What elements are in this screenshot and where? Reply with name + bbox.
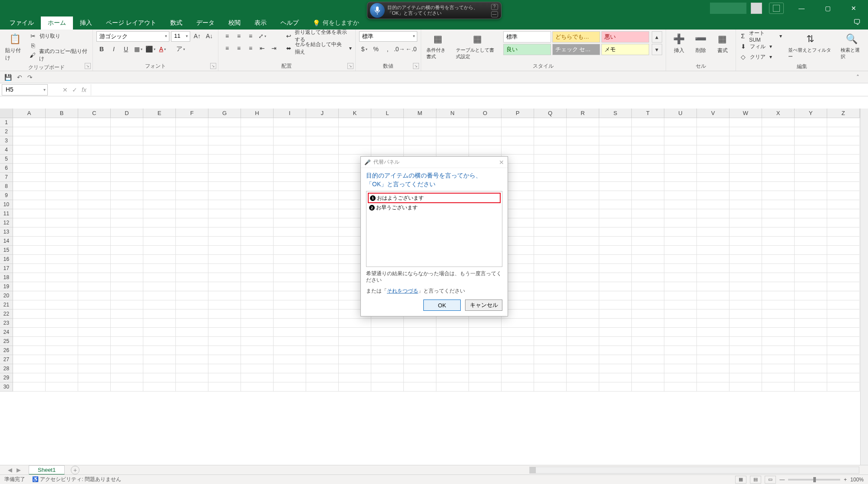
tab-formulas[interactable]: 数式 xyxy=(163,16,189,30)
cell[interactable] xyxy=(46,382,78,392)
cell[interactable] xyxy=(599,218,632,227)
cell[interactable] xyxy=(208,300,241,309)
cell[interactable] xyxy=(143,355,176,364)
cell[interactable] xyxy=(241,145,274,155)
cell[interactable] xyxy=(339,337,371,346)
cell[interactable] xyxy=(697,127,729,136)
cell[interactable] xyxy=(827,300,860,309)
row-header-18[interactable]: 18 xyxy=(0,273,13,282)
cell[interactable] xyxy=(404,118,436,127)
cell[interactable] xyxy=(306,382,339,392)
cell[interactable] xyxy=(274,127,306,136)
cell[interactable] xyxy=(729,273,762,282)
cell[interactable] xyxy=(241,355,274,364)
cell[interactable] xyxy=(46,237,78,246)
cell[interactable] xyxy=(241,364,274,373)
cell[interactable] xyxy=(795,337,827,346)
cell[interactable] xyxy=(729,255,762,264)
cell[interactable] xyxy=(208,145,241,155)
cell[interactable] xyxy=(78,382,111,392)
cell[interactable] xyxy=(827,155,860,164)
cell[interactable] xyxy=(632,300,664,309)
cell[interactable] xyxy=(664,164,697,173)
cell[interactable] xyxy=(13,282,46,291)
cell[interactable] xyxy=(567,136,599,145)
cell[interactable] xyxy=(208,355,241,364)
cell[interactable] xyxy=(567,282,599,291)
cell[interactable] xyxy=(143,264,176,273)
cell[interactable] xyxy=(697,264,729,273)
cell[interactable] xyxy=(567,319,599,328)
cell[interactable] xyxy=(274,145,306,155)
cell[interactable] xyxy=(78,264,111,273)
cell[interactable] xyxy=(534,319,567,328)
row-header-3[interactable]: 3 xyxy=(0,136,13,145)
cell[interactable] xyxy=(632,346,664,355)
cell[interactable] xyxy=(762,328,795,337)
cell[interactable] xyxy=(567,246,599,255)
cell[interactable] xyxy=(13,337,46,346)
cell[interactable] xyxy=(534,300,567,309)
cell[interactable] xyxy=(371,337,404,346)
cell[interactable] xyxy=(534,291,567,300)
cell[interactable] xyxy=(762,155,795,164)
merge-center-button[interactable]: ⬌セルを結合して中央揃え ▾ xyxy=(285,43,352,53)
cell[interactable] xyxy=(599,200,632,209)
cell[interactable] xyxy=(274,200,306,209)
cell[interactable] xyxy=(208,291,241,300)
align-bottom-icon[interactable]: ≡ xyxy=(245,31,256,41)
cell[interactable] xyxy=(697,382,729,392)
cell[interactable] xyxy=(208,309,241,319)
cell[interactable] xyxy=(827,355,860,364)
cell[interactable] xyxy=(46,337,78,346)
cell[interactable] xyxy=(697,118,729,127)
cell[interactable] xyxy=(143,291,176,300)
cell[interactable] xyxy=(274,182,306,191)
cell[interactable] xyxy=(176,382,208,392)
cell[interactable] xyxy=(632,264,664,273)
cell[interactable] xyxy=(404,337,436,346)
cell[interactable] xyxy=(632,246,664,255)
cell[interactable] xyxy=(241,209,274,218)
cell[interactable] xyxy=(143,282,176,291)
cell[interactable] xyxy=(176,237,208,246)
cell[interactable] xyxy=(762,309,795,319)
cell[interactable] xyxy=(208,164,241,173)
cell[interactable] xyxy=(697,255,729,264)
cell[interactable] xyxy=(46,118,78,127)
align-left-icon[interactable]: ≡ xyxy=(222,43,232,53)
column-header-E[interactable]: E xyxy=(143,109,176,118)
row-header-23[interactable]: 23 xyxy=(0,319,13,328)
format-cells-button[interactable]: ▦書式 xyxy=(713,31,732,55)
cell[interactable] xyxy=(176,191,208,200)
cell[interactable] xyxy=(78,136,111,145)
cell[interactable] xyxy=(534,346,567,355)
row-header-19[interactable]: 19 xyxy=(0,282,13,291)
cell[interactable] xyxy=(46,200,78,209)
cell[interactable] xyxy=(469,346,502,355)
cell[interactable] xyxy=(599,227,632,237)
cell[interactable] xyxy=(762,191,795,200)
cell[interactable] xyxy=(46,191,78,200)
cell[interactable] xyxy=(762,346,795,355)
cell[interactable] xyxy=(827,346,860,355)
cell[interactable] xyxy=(827,127,860,136)
cell[interactable] xyxy=(111,282,143,291)
delete-cells-button[interactable]: ➖削除 xyxy=(691,31,710,55)
cell[interactable] xyxy=(241,182,274,191)
cell[interactable] xyxy=(795,145,827,155)
tab-help[interactable]: ヘルプ xyxy=(274,16,306,30)
number-format-select[interactable]: 標準▾ xyxy=(359,31,417,42)
cell[interactable] xyxy=(111,373,143,382)
cell[interactable] xyxy=(274,319,306,328)
comma-icon[interactable]: , xyxy=(383,44,393,54)
cell[interactable] xyxy=(13,328,46,337)
cell[interactable] xyxy=(827,209,860,218)
cell[interactable] xyxy=(78,291,111,300)
cell[interactable] xyxy=(697,173,729,182)
cell[interactable] xyxy=(339,127,371,136)
cell[interactable] xyxy=(795,227,827,237)
cell[interactable] xyxy=(795,209,827,218)
cell[interactable] xyxy=(795,328,827,337)
cell[interactable] xyxy=(306,264,339,273)
